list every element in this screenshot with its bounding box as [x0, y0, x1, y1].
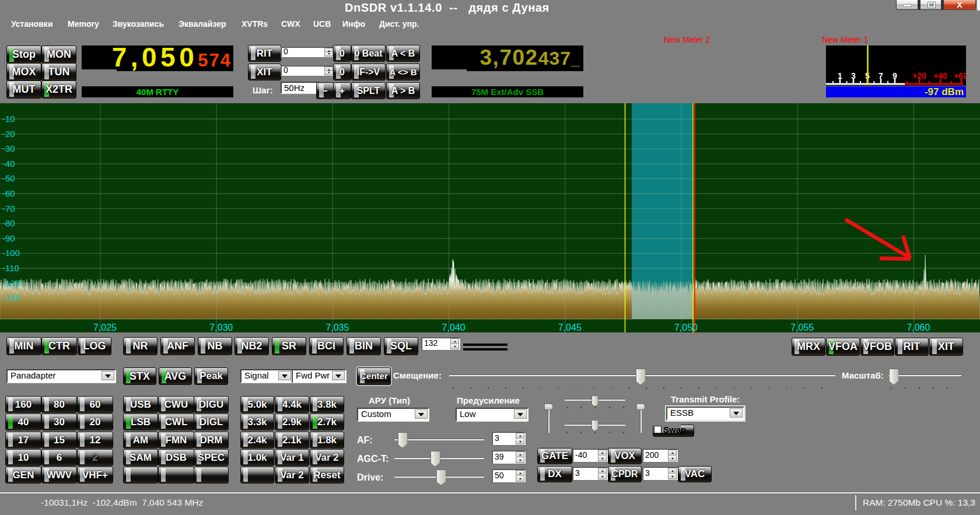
- svg-text:7,030: 7,030: [209, 323, 233, 332]
- svg-text:-10: -10: [2, 114, 15, 124]
- svg-text:7,025: 7,025: [93, 323, 117, 332]
- svg-text:7,060: 7,060: [907, 323, 930, 332]
- svg-text:7,040: 7,040: [442, 323, 466, 332]
- svg-text:7,050: 7,050: [674, 323, 698, 332]
- svg-text:-130: -130: [2, 293, 20, 303]
- svg-text:-80: -80: [2, 218, 15, 228]
- svg-text:9: 9: [892, 71, 897, 80]
- svg-text:-100: -100: [2, 248, 20, 258]
- svg-text:-110: -110: [2, 263, 19, 273]
- svg-text:7,055: 7,055: [790, 323, 814, 332]
- svg-text:-120: -120: [2, 278, 20, 288]
- svg-text:7: 7: [878, 71, 883, 80]
- svg-text:+60: +60: [954, 71, 966, 80]
- svg-text:-50: -50: [2, 173, 15, 183]
- svg-text:-60: -60: [2, 188, 15, 198]
- svg-text:-30: -30: [2, 143, 15, 153]
- svg-text:+40: +40: [933, 71, 947, 80]
- svg-text:-40: -40: [2, 159, 15, 169]
- svg-text:7,035: 7,035: [326, 323, 349, 332]
- svg-text:1: 1: [838, 71, 842, 80]
- svg-text:3: 3: [851, 71, 856, 80]
- svg-text:-70: -70: [2, 204, 15, 213]
- svg-text:-90: -90: [2, 233, 15, 243]
- svg-text:7,045: 7,045: [558, 323, 582, 332]
- svg-text:-20: -20: [2, 129, 15, 139]
- svg-text:+20: +20: [912, 71, 926, 80]
